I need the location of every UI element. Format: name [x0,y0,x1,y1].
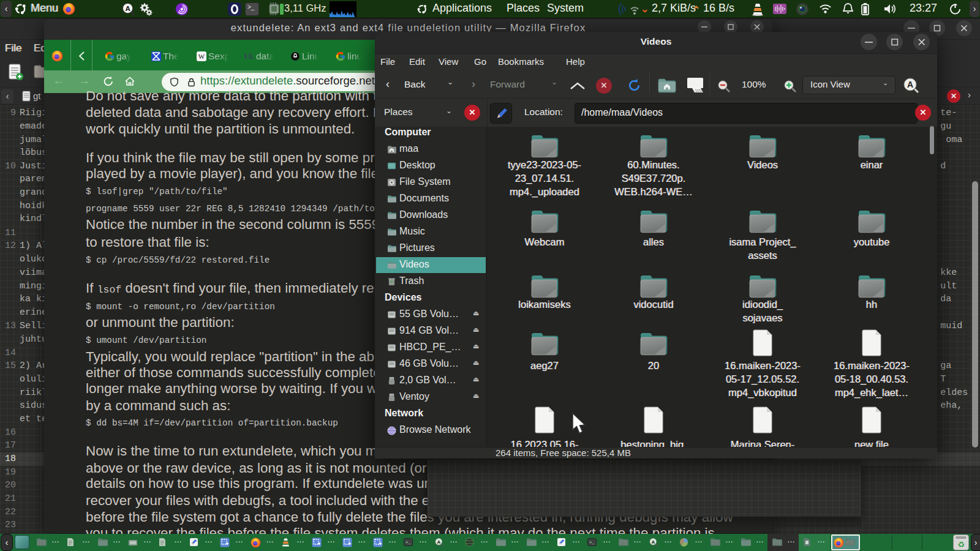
svg-text:A: A [437,539,440,545]
svg-text:♻: ♻ [957,540,965,549]
svg-text:>_: >_ [589,540,595,545]
svg-text:>_: >_ [405,540,411,545]
svg-text:A: A [651,539,655,545]
svg-text:UL: UL [244,52,254,61]
svg-text:W: W [198,53,205,60]
svg-text:A: A [907,80,913,89]
svg-text:A: A [125,5,130,12]
